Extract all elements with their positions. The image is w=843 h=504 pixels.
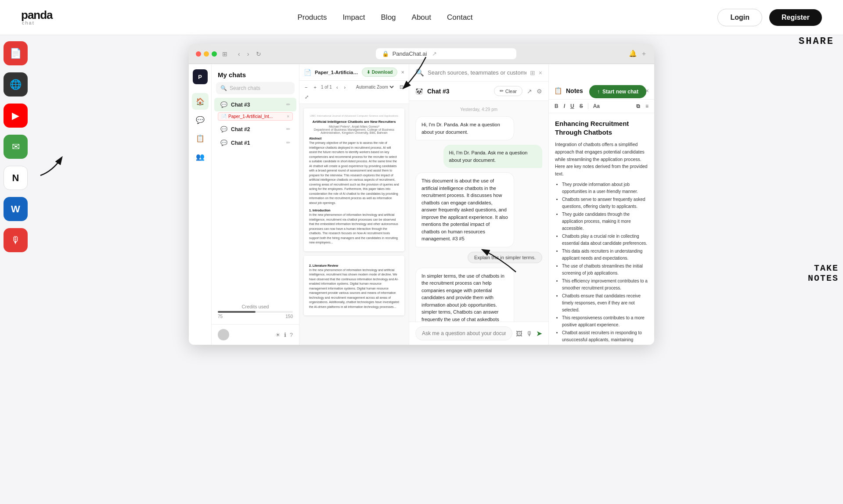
- pdf-close-button[interactable]: ×: [401, 69, 404, 75]
- chat-edit-2[interactable]: ✏: [286, 126, 290, 132]
- help-icon[interactable]: ?: [290, 332, 293, 338]
- fit-width-button[interactable]: ⊡: [398, 83, 405, 91]
- back-button[interactable]: ‹: [236, 50, 242, 58]
- nav-products[interactable]: Products: [297, 13, 327, 22]
- pdf-chip-label: Paper_1-Artificial_Int...: [228, 114, 273, 119]
- strikethrough-button[interactable]: S: [578, 102, 584, 110]
- image-icon[interactable]: 🖼: [516, 330, 522, 337]
- maximize-dot[interactable]: [212, 51, 217, 57]
- bell-icon[interactable]: 🔔: [629, 50, 637, 58]
- browser-app-icon[interactable]: 🌐: [4, 72, 28, 97]
- credits-bar-bg: [218, 311, 293, 313]
- sidebar-history-icon[interactable]: 📋: [192, 130, 209, 147]
- notes-icon: 📋: [554, 87, 562, 95]
- nav-about[interactable]: About: [412, 13, 431, 22]
- navbar: panda chat Products Impact Blog About Co…: [0, 0, 843, 35]
- pdf-app-icon[interactable]: 📄: [4, 41, 28, 65]
- sidebar-home-icon[interactable]: 🏠: [192, 93, 209, 110]
- list-item: Chatbots play a crucial role in collecti…: [562, 233, 648, 247]
- mail-app-icon[interactable]: ✉: [4, 135, 28, 159]
- credits-bar-fill: [218, 311, 256, 313]
- chat-item-3[interactable]: 💬 Chat #3 ✏: [214, 98, 296, 111]
- info-icon[interactable]: ℹ: [284, 332, 286, 338]
- nav-contact[interactable]: Contact: [447, 13, 473, 22]
- address-bar[interactable]: 🔒 PandaChat.ai ↗: [376, 48, 516, 59]
- pdf-dept: Department of Business Management, Colle…: [309, 128, 399, 134]
- copy-button[interactable]: ⧉: [635, 102, 641, 110]
- chat-messages: Yesterday, 4:29 pm Hi, I'm Dr. Panda. As…: [409, 101, 548, 322]
- close-dot[interactable]: [196, 51, 201, 57]
- chat-icon-3: 💬: [220, 101, 227, 108]
- chat-sidebar: My chats 🔍 Search chats 💬 Chat #3 ✏ 📄 Pa…: [212, 64, 299, 345]
- settings-button[interactable]: ⚙: [537, 88, 542, 95]
- mic-app-icon[interactable]: 🎙: [4, 228, 28, 252]
- minimize-dot[interactable]: [204, 51, 209, 57]
- start-new-chat-button[interactable]: ↑ Start new chat: [589, 85, 646, 98]
- clear-button[interactable]: ✏ Clear: [494, 86, 522, 96]
- chat-icon-1: 💬: [220, 139, 227, 146]
- address-text: PandaChat.ai: [393, 50, 427, 57]
- filter-icon[interactable]: ⊞: [530, 69, 535, 76]
- logo-text: panda: [21, 9, 53, 21]
- logo: panda chat: [21, 9, 53, 25]
- sidebar-chat-icon[interactable]: 💬: [192, 111, 209, 128]
- start-new-chat-label: Start new chat: [602, 89, 638, 95]
- desktop-apps: 📄 🌐 ▶ ✉ N W 🎙: [0, 35, 31, 258]
- font-size-button[interactable]: Aa: [592, 102, 601, 110]
- pdf-intro-title: 1. Introduction: [309, 209, 399, 212]
- credits-label: Credits used: [242, 304, 269, 309]
- user-message-1: Hi, I'm Dr. Panda. Ask me a question abo…: [443, 145, 542, 168]
- chat-item-2[interactable]: 💬 Chat #2 ✏: [214, 122, 296, 136]
- pdf-content: IJMC International Journal of Advanced C…: [299, 104, 409, 345]
- nav-blog[interactable]: Blog: [381, 13, 396, 22]
- zoom-select[interactable]: Automatic Zoom: [354, 84, 395, 90]
- explain-simpler-button[interactable]: Explain this in simpler terms.: [468, 252, 542, 263]
- pdf-toolbar: − + 1 of 1 ‹ › Automatic Zoom ⊡ ⤢: [299, 81, 409, 104]
- notes-content: Enhancing Recruitment Through Chatbots I…: [549, 113, 654, 345]
- pdf-authors: Michael Peters¹, Anjali Mäes Gomez²: [309, 125, 399, 128]
- chat-input[interactable]: [415, 326, 512, 340]
- next-page-button[interactable]: ›: [342, 84, 348, 91]
- forward-button[interactable]: ›: [245, 50, 251, 58]
- nav-actions: Login Register: [717, 9, 822, 26]
- chat-item-1[interactable]: 💬 Chat #1 ✏: [214, 136, 296, 150]
- share-button[interactable]: ↗: [527, 88, 532, 95]
- send-button[interactable]: ➤: [536, 329, 542, 338]
- sidebar-users-icon[interactable]: 👥: [192, 148, 209, 165]
- clear-search-icon[interactable]: ×: [539, 69, 542, 76]
- grid-button[interactable]: ⊞: [222, 50, 227, 57]
- chat-edit-3[interactable]: ✏: [286, 102, 290, 107]
- underline-button[interactable]: U: [569, 102, 576, 110]
- notion-app-icon[interactable]: N: [4, 166, 28, 190]
- sun-icon[interactable]: ☀: [275, 332, 281, 338]
- pdf-page-1: IJMC International Journal of Advanced C…: [304, 108, 404, 251]
- bold-button[interactable]: B: [553, 102, 560, 110]
- chat-edit-1[interactable]: ✏: [286, 140, 290, 146]
- app-logo-icon[interactable]: P: [193, 69, 208, 84]
- download-button[interactable]: ⬇ Download: [362, 68, 398, 77]
- register-button[interactable]: Register: [769, 9, 822, 26]
- zoom-out-button[interactable]: −: [303, 84, 309, 91]
- pdf-chip-close[interactable]: ×: [287, 114, 289, 119]
- pdf-main-heading: Artificial Intelligence Chatbots are New…: [309, 120, 399, 124]
- prev-page-button[interactable]: ‹: [335, 84, 340, 91]
- pdf-title: Paper_1-Artificial_In...: [315, 70, 358, 75]
- nav-impact[interactable]: Impact: [343, 13, 365, 22]
- message-timestamp: Yesterday, 4:29 pm: [415, 107, 542, 112]
- source-search-input[interactable]: [428, 69, 526, 76]
- login-button[interactable]: Login: [717, 9, 762, 26]
- menu-button[interactable]: ≡: [644, 102, 650, 110]
- avatar[interactable]: [218, 329, 229, 340]
- word-app-icon[interactable]: W: [4, 197, 28, 221]
- mic-icon[interactable]: 🎙: [526, 330, 533, 337]
- zoom-in-button[interactable]: +: [312, 84, 318, 91]
- credits-max: 150: [285, 314, 293, 319]
- chat-search-input[interactable]: 🔍 Search chats: [216, 82, 295, 94]
- fullscreen-button[interactable]: ⤢: [303, 93, 310, 101]
- plus-button[interactable]: ＋: [641, 50, 647, 58]
- credits-current: 75: [218, 314, 223, 319]
- pdf-intro-text: In the new phenomenon of information tec…: [309, 213, 399, 245]
- youtube-app-icon[interactable]: ▶: [4, 104, 28, 128]
- italic-button[interactable]: I: [562, 102, 566, 110]
- refresh-button[interactable]: ↻: [254, 50, 263, 58]
